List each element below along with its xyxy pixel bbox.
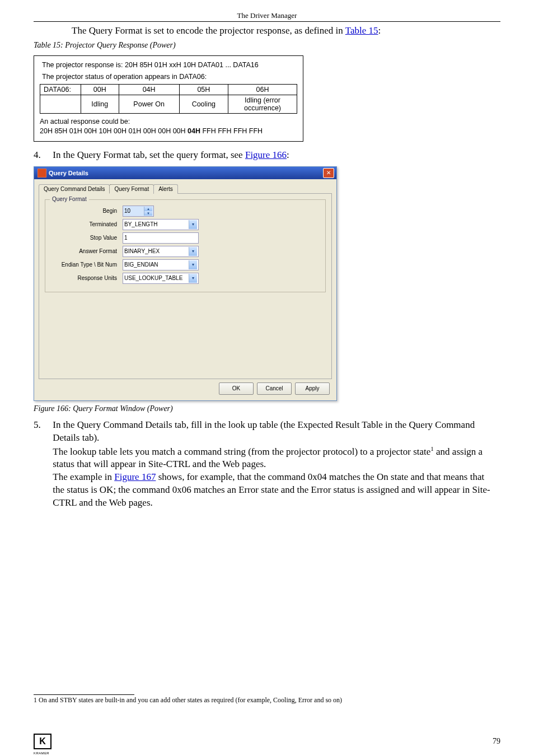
cell: 06H: [228, 84, 297, 95]
begin-label: Begin: [50, 208, 123, 214]
table-row: Idling Power On Cooling Idling (error oc…: [40, 95, 297, 113]
cancel-button[interactable]: Cancel: [257, 382, 292, 395]
dialog-body: Query Command Details Query Format Alert…: [34, 179, 336, 400]
response-units-value: USE_LOOKUP_TABLE: [124, 275, 182, 281]
tab-body: Query Format Begin 10 ▲ ▼ Terminated: [39, 193, 332, 379]
stop-value-label: Stop Value: [50, 235, 123, 241]
step5-p2a: The lookup table lets you match a comman…: [53, 446, 430, 456]
brand-name: KRAMER: [34, 752, 49, 755]
row-response-units: Response Units USE_LOOKUP_TABLE ▾: [50, 273, 321, 284]
chevron-down-icon[interactable]: ▾: [189, 260, 197, 269]
response-units-select[interactable]: USE_LOOKUP_TABLE ▾: [123, 273, 199, 284]
proj-line1: The projector response is: 20H 85H 01H x…: [40, 60, 297, 70]
step5-num: 5.: [34, 419, 50, 432]
close-icon: ✕: [326, 170, 331, 176]
stop-value-value: 1: [124, 235, 128, 241]
cell: [40, 95, 81, 113]
dialog-app-icon: [38, 169, 46, 178]
tab-query-format[interactable]: Query Format: [109, 184, 154, 194]
intro-line: The Query Format is set to encode the pr…: [72, 25, 500, 36]
dialog-title: Query Details: [49, 170, 323, 176]
answer-format-value: BINARY_HEX: [124, 248, 160, 254]
terminated-select[interactable]: BY_LENGTH ▾: [123, 219, 199, 230]
tab-alerts[interactable]: Alerts: [153, 184, 178, 194]
endian-select[interactable]: BIG_ENDIAN ▾: [123, 259, 199, 270]
ok-button[interactable]: OK: [219, 382, 254, 395]
step5-p3a: The example in: [53, 472, 114, 482]
close-button[interactable]: ✕: [323, 168, 334, 178]
spinner-arrows-icon[interactable]: ▲ ▼: [144, 207, 152, 216]
page-header-title: The Driver Manager: [34, 11, 500, 20]
cell: Cooling: [179, 95, 228, 113]
chevron-down-icon[interactable]: ▾: [189, 274, 197, 283]
brand-logo: K: [34, 734, 51, 749]
arrow-up-icon[interactable]: ▲: [144, 207, 152, 211]
fieldset-legend: Query Format: [50, 196, 89, 202]
foot2b: 04H: [188, 127, 200, 135]
footnote-separator: [34, 694, 134, 695]
foot2c: FFH FFH FFH FFH: [200, 127, 263, 135]
footnote-text: On and STBY states are built-in and you …: [37, 696, 342, 704]
tab-query-command-details[interactable]: Query Command Details: [39, 184, 110, 194]
proj-line2: The projector status of operation appear…: [40, 72, 297, 82]
figure-caption: Figure 166: Query Format Window (Power): [34, 404, 500, 413]
cell: Idling: [81, 95, 119, 113]
cell: 00H: [81, 84, 119, 95]
chevron-down-icon[interactable]: ▾: [189, 247, 197, 256]
cell: 05H: [179, 84, 228, 95]
query-details-dialog: Query Details ✕ Query Command Details Qu…: [34, 166, 337, 401]
proj-foot2: 20H 85H 01H 00H 10H 00H 01H 00H 00H 00H …: [40, 127, 297, 137]
dialog-button-bar: OK Cancel Apply: [39, 379, 332, 396]
endian-value: BIG_ENDIAN: [124, 262, 158, 268]
projector-response-table: The projector response is: 20H 85H 01H x…: [34, 55, 303, 142]
stop-value-input[interactable]: 1: [123, 232, 199, 244]
table-row: DATA06: 00H 04H 05H 06H: [40, 84, 297, 95]
cell: DATA06:: [40, 84, 81, 95]
header-divider: [34, 21, 500, 22]
row-begin: Begin 10 ▲ ▼: [50, 206, 321, 217]
step4-suffix: :: [287, 150, 289, 160]
intro-suffix: :: [378, 25, 381, 36]
terminated-value: BY_LENGTH: [124, 221, 157, 227]
row-endian: Endian Type \ Bit Num BIG_ENDIAN ▾: [50, 259, 321, 270]
chevron-down-icon[interactable]: ▾: [189, 220, 197, 229]
query-format-fieldset: Query Format Begin 10 ▲ ▼ Terminated: [45, 199, 326, 292]
step4-num: 4.: [34, 150, 50, 161]
begin-spinner[interactable]: 10 ▲ ▼: [123, 206, 154, 217]
cell: 04H: [119, 84, 179, 95]
step-4: 4. In the Query Format tab, set the quer…: [34, 150, 500, 161]
table-15-link[interactable]: Table 15: [345, 25, 378, 36]
step4-prefix: In the Query Format tab, set the query f…: [53, 150, 245, 160]
table-caption: Table 15: Projector Query Response (Powe…: [34, 41, 500, 50]
cell: Power On: [119, 95, 179, 113]
answer-format-label: Answer Format: [50, 248, 123, 254]
apply-button[interactable]: Apply: [295, 382, 330, 395]
figure-166-link[interactable]: Figure 166: [245, 150, 287, 160]
answer-format-select[interactable]: BINARY_HEX ▾: [123, 246, 199, 257]
page-number: 79: [493, 737, 500, 746]
arrow-down-icon[interactable]: ▼: [144, 211, 152, 216]
step-5: 5. In the Query Command Details tab, fil…: [34, 419, 500, 510]
cell: Idling (error occurrence): [228, 95, 297, 113]
footnote-1: 1 On and STBY states are built-in and yo…: [34, 696, 500, 704]
figure-167-link[interactable]: Figure 167: [114, 472, 156, 482]
response-units-label: Response Units: [50, 275, 123, 281]
row-answer-format: Answer Format BINARY_HEX ▾: [50, 246, 321, 257]
step5-p1: In the Query Command Details tab, fill i…: [53, 419, 475, 443]
terminated-label: Terminated: [50, 221, 123, 227]
dialog-tabs: Query Command Details Query Format Alert…: [39, 184, 332, 194]
proj-foot1: An actual response could be:: [40, 117, 297, 127]
endian-label: Endian Type \ Bit Num: [50, 262, 123, 268]
logo-letter: K: [39, 736, 46, 746]
step5-body: In the Query Command Details tab, fill i…: [53, 419, 495, 510]
begin-value: 10: [124, 208, 130, 214]
row-stop-value: Stop Value 1: [50, 232, 321, 244]
row-terminated: Terminated BY_LENGTH ▾: [50, 219, 321, 230]
proj-inner-table: DATA06: 00H 04H 05H 06H Idling Power On …: [40, 84, 297, 114]
dialog-titlebar[interactable]: Query Details ✕: [34, 167, 336, 179]
foot2a: 20H 85H 01H 00H 10H 00H 01H 00H 00H 00H: [40, 127, 188, 135]
intro-prefix: The Query Format is set to encode the pr…: [72, 25, 345, 36]
